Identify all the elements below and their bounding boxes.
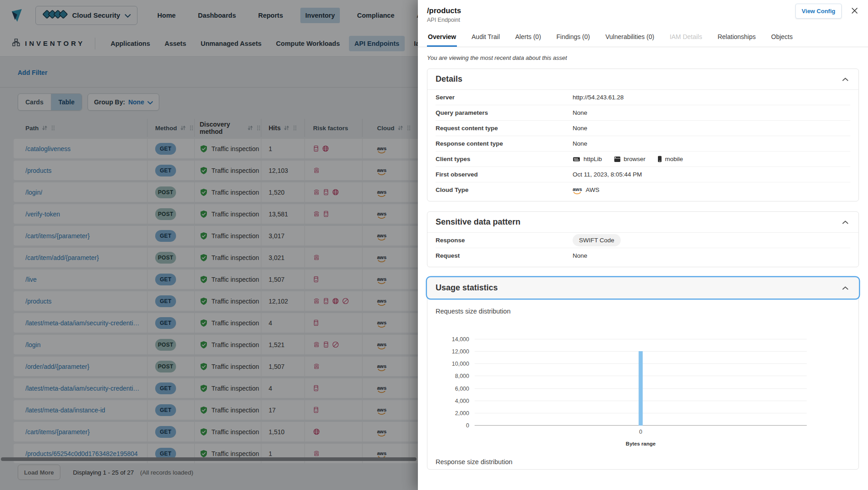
close-icon: [851, 9, 858, 15]
chevron-up-icon[interactable]: [840, 284, 850, 292]
details-rows: Serverhttp://54.243.61.28Query parameter…: [427, 90, 858, 201]
asset-type-label: API Endpoint: [427, 17, 859, 23]
chart-y-tick-label: 6,000: [455, 386, 469, 392]
usage-title: Usage statistics: [436, 283, 498, 293]
sensitive-data-card: Sensitive data pattern ResponseSWIFT Cod…: [427, 211, 859, 267]
chart-y-tick-label: 8,000: [455, 373, 469, 379]
detail-label: Response content type: [436, 140, 573, 147]
detail-label: Cloud Type: [436, 186, 573, 193]
detail-row: Query parametersNone: [436, 105, 850, 121]
sensitive-card-header: Sensitive data pattern: [427, 212, 858, 233]
requests-chart-label: Requests size distribution: [436, 308, 850, 315]
dim-overlay[interactable]: [0, 0, 418, 490]
client-type-httplib: httpLib: [573, 156, 602, 162]
tab-objects[interactable]: Objects: [770, 29, 794, 47]
tab-findings-0[interactable]: Findings (0): [555, 29, 591, 47]
detail-value: awsAWS: [573, 186, 599, 195]
usage-card-body: Requests size distribution 02,0004,0006,…: [427, 308, 858, 469]
chart-y-tick-label: 10,000: [452, 361, 469, 367]
detail-label: Request: [436, 252, 573, 259]
detail-label: Response: [436, 237, 573, 244]
chevron-up-icon[interactable]: [840, 219, 850, 226]
detail-value: None: [573, 125, 587, 132]
detail-value: http://54.243.61.28: [573, 94, 624, 101]
usage-card-header[interactable]: Usage statistics: [427, 277, 859, 299]
client-type-label: mobile: [665, 156, 683, 162]
detail-label: Client types: [436, 156, 573, 162]
client-type-label: httpLib: [584, 156, 602, 162]
detail-label: Server: [436, 94, 573, 101]
detail-value: httpLibbrowsermobile: [573, 156, 683, 162]
chart-y-tick-label: 4,000: [455, 398, 469, 404]
response-chart-label: Response size distribution: [436, 458, 850, 466]
tab-relationships[interactable]: Relationships: [716, 29, 756, 47]
detail-row: Client typeshttpLibbrowsermobile: [436, 152, 850, 167]
detail-value: None: [573, 140, 587, 147]
detail-row: Request content typeNone: [436, 121, 850, 136]
detail-row: RequestNone: [436, 248, 850, 263]
sensitive-data-pill: SWIFT Code: [573, 234, 621, 246]
detail-value: None: [573, 109, 587, 116]
recent-data-notice: You are viewing the most recent data abo…: [427, 54, 859, 61]
panel-tabs: OverviewAudit TrailAlerts (0)Findings (0…: [418, 29, 868, 47]
detail-label: Query parameters: [436, 109, 573, 116]
mobile-icon: [657, 156, 662, 162]
client-type-mobile: mobile: [657, 156, 683, 162]
chart-y-tick-label: 14,000: [452, 336, 469, 343]
detail-value: SWIFT Code: [573, 234, 621, 246]
client-type-browser: browser: [614, 156, 646, 162]
detail-row: Cloud TypeawsAWS: [436, 182, 850, 197]
tab-overview[interactable]: Overview: [427, 29, 457, 47]
cloud-type-label: AWS: [586, 186, 599, 193]
chart-y-tick-label: 12,000: [452, 348, 469, 355]
detail-row: Response content typeNone: [436, 136, 850, 152]
details-card: Details Serverhttp://54.243.61.28Query p…: [427, 69, 859, 201]
panel-header: /products API Endpoint View Config: [418, 0, 868, 23]
close-button[interactable]: [849, 5, 860, 17]
detail-value: None: [573, 252, 587, 259]
detail-row: First observedOct 11, 2023, 8:05:44 PM: [436, 167, 850, 182]
chart-y-tick-label: 2,000: [455, 410, 469, 416]
chart-x-axis-label: Bytes range: [475, 441, 807, 446]
sensitive-title: Sensitive data pattern: [436, 217, 520, 227]
detail-label: First observed: [436, 171, 573, 178]
detail-panel: /products API Endpoint View Config Overv…: [418, 0, 868, 490]
detail-label: Request content type: [436, 125, 573, 132]
client-types: httpLibbrowsermobile: [573, 156, 683, 162]
panel-content: You are viewing the most recent data abo…: [418, 47, 868, 490]
tab-audit-trail[interactable]: Audit Trail: [471, 29, 500, 47]
chart-x-tick-label: 0: [639, 429, 642, 435]
chart-gridline: [475, 339, 807, 339]
details-card-header: Details: [427, 69, 858, 90]
httplib-icon: [573, 156, 580, 162]
client-type-label: browser: [624, 156, 646, 162]
chart-plot-area: 02,0004,0006,0008,00010,00012,00014,0000: [475, 339, 807, 426]
usage-statistics-card: Usage statistics Requests size distribut…: [427, 277, 859, 470]
detail-value: Oct 11, 2023, 8:05:44 PM: [573, 171, 642, 178]
tab-alerts-0[interactable]: Alerts (0): [515, 29, 542, 47]
tab-vulnerabilities-0[interactable]: Vulnerabilities (0): [604, 29, 655, 47]
view-config-button[interactable]: View Config: [795, 4, 842, 19]
chevron-up-icon[interactable]: [840, 76, 850, 83]
page-title: /products: [427, 6, 859, 15]
sensitive-rows: ResponseSWIFT CodeRequestNone: [427, 233, 858, 267]
chart-y-tick-label: 0: [466, 422, 469, 429]
aws-icon: aws: [573, 186, 582, 195]
detail-row: ResponseSWIFT Code: [436, 233, 850, 248]
chart-bar: [639, 351, 643, 426]
details-title: Details: [436, 74, 462, 84]
detail-row: Serverhttp://54.243.61.28: [436, 90, 850, 105]
browser-icon: [614, 156, 621, 162]
requests-size-chart: 02,0004,0006,0008,00010,00012,00014,0000…: [436, 339, 850, 446]
tab-iam-details: IAM Details: [669, 29, 703, 47]
